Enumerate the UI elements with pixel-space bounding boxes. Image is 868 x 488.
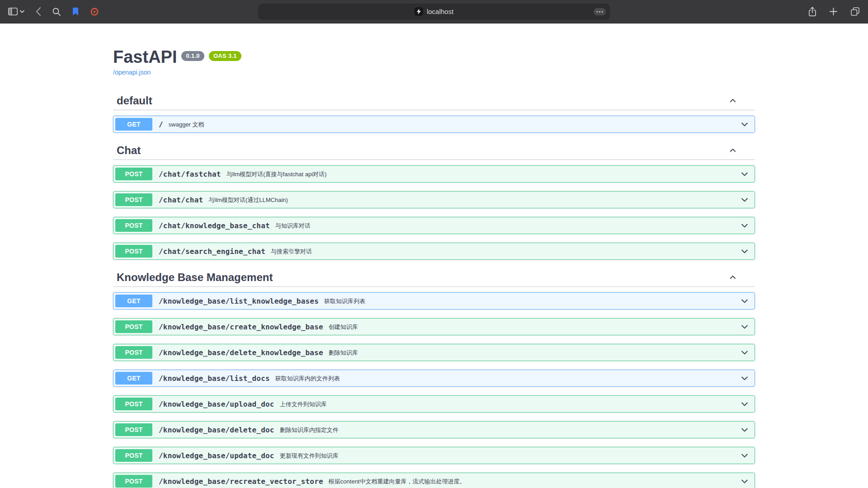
method-badge: POST [115, 346, 152, 359]
operation-row[interactable]: POST/chat/fastchat与llm模型对话(直接与fastchat a… [113, 165, 755, 183]
plus-icon [829, 7, 838, 16]
method-badge: POST [115, 193, 152, 206]
page-settings-button[interactable] [594, 8, 606, 15]
openapi-spec-link[interactable]: /openapi.json [113, 69, 151, 76]
operation-path: /chat/fastchat [152, 170, 226, 178]
blue-bookmark-extension-button[interactable] [71, 6, 80, 17]
orange-target-icon [90, 7, 99, 16]
toolbar-right-group [610, 5, 861, 18]
expand-operation-button[interactable] [736, 246, 753, 257]
operation-summary: swagger 文档 [169, 120, 736, 129]
tab-overview-button[interactable] [849, 6, 861, 17]
collapse-section-button[interactable] [727, 145, 739, 156]
operations-list: GET/swagger 文档 [113, 110, 755, 133]
expand-operation-button[interactable] [736, 476, 753, 487]
expand-operation-button[interactable] [736, 399, 753, 409]
api-info: FastAPI0.1.0OAS 3.1 /openapi.json [113, 47, 755, 76]
sidebar-icon [8, 8, 18, 15]
method-badge: GET [115, 295, 152, 307]
chevron-up-icon [729, 97, 737, 105]
lightning-bolt-icon [416, 9, 421, 14]
version-badge: 0.1.0 [181, 51, 204, 61]
operation-summary: 与llm模型对话(直接与fastchat api对话) [226, 169, 736, 178]
section-title: Knowledge Base Management [117, 271, 273, 284]
chevron-up-icon [729, 273, 737, 282]
operation-row[interactable]: POST/knowledge_base/create_knowledge_bas… [113, 318, 755, 335]
operation-row[interactable]: GET/knowledge_base/list_knowledge_bases获… [113, 292, 755, 310]
section-header[interactable]: Chat [113, 141, 755, 160]
site-favicon-icon [415, 7, 423, 16]
operation-row[interactable]: POST/knowledge_base/delete_doc删除知识库内指定文件 [113, 421, 755, 438]
api-tag-section: ChatPOST/chat/fastchat与llm模型对话(直接与fastch… [113, 141, 755, 260]
api-tag-section: Knowledge Base ManagementGET/knowledge_b… [113, 268, 755, 488]
address-bar-url: localhost [427, 8, 453, 15]
api-title-text: FastAPI [113, 47, 177, 66]
expand-operation-button[interactable] [736, 450, 753, 461]
expand-operation-button[interactable] [736, 347, 753, 358]
chevron-down-icon [740, 322, 749, 331]
share-button[interactable] [807, 5, 817, 18]
sidebar-toggle-button[interactable] [7, 7, 25, 16]
section-header[interactable]: Knowledge Base Management [113, 268, 755, 287]
browser-window: localhost [0, 0, 868, 488]
expand-operation-button[interactable] [736, 194, 753, 205]
operation-row[interactable]: POST/knowledge_base/update_doc更新现有文件到知识库 [113, 447, 755, 464]
chevron-up-icon [729, 146, 737, 155]
toolbar-left-group [7, 6, 258, 17]
operation-summary: 更新现有文件到知识库 [280, 451, 736, 460]
operation-path: /knowledge_base/delete_doc [152, 426, 280, 434]
operation-row[interactable]: GET/swagger 文档 [113, 116, 755, 133]
collapse-section-button[interactable] [727, 95, 739, 107]
operation-summary: 与llm模型对话(通过LLMChain) [208, 195, 736, 204]
page-title: FastAPI0.1.0OAS 3.1 [113, 47, 755, 67]
operation-row[interactable]: POST/knowledge_base/upload_doc上传文件到知识库 [113, 395, 755, 413]
operation-row[interactable]: POST/chat/search_engine_chat与搜索引擎对话 [113, 243, 755, 260]
api-tag-section: defaultGET/swagger 文档 [113, 92, 755, 133]
chevron-down-icon [740, 120, 749, 129]
expand-operation-button[interactable] [736, 424, 753, 435]
chevron-down-icon [20, 10, 24, 13]
operation-row[interactable]: POST/chat/chat与llm模型对话(通过LLMChain) [113, 191, 755, 208]
expand-operation-button[interactable] [736, 321, 753, 332]
operation-row[interactable]: GET/knowledge_base/list_docs获取知识库内的文件列表 [113, 370, 755, 387]
operation-path: /knowledge_base/update_doc [152, 451, 280, 460]
expand-operation-button[interactable] [736, 220, 753, 231]
method-badge: POST [115, 398, 152, 410]
operation-path: /chat/knowledge_base_chat [152, 221, 275, 230]
operation-row[interactable]: POST/knowledge_base/delete_knowledge_bas… [113, 344, 755, 361]
swagger-ui-page: FastAPI0.1.0OAS 3.1 /openapi.json defaul… [0, 23, 868, 488]
method-badge: POST [115, 475, 152, 488]
chevron-down-icon [740, 399, 749, 408]
blue-bookmark-icon [72, 7, 79, 16]
expand-operation-button[interactable] [736, 119, 753, 130]
chevron-down-icon [740, 374, 749, 383]
section-header[interactable]: default [113, 92, 755, 110]
expand-operation-button[interactable] [736, 373, 753, 384]
back-arrow-icon [35, 7, 41, 16]
operation-summary: 获取知识库内的文件列表 [275, 374, 736, 383]
share-icon [808, 6, 816, 17]
operation-summary: 上传文件到知识库 [280, 399, 736, 408]
orange-target-extension-button[interactable] [89, 6, 100, 17]
back-button[interactable] [34, 6, 42, 17]
new-tab-button[interactable] [828, 6, 839, 17]
section-title: default [117, 94, 152, 107]
expand-operation-button[interactable] [736, 169, 753, 179]
address-bar[interactable]: localhost [258, 4, 610, 20]
method-badge: POST [115, 449, 152, 462]
chevron-down-icon [740, 477, 749, 486]
operations-list: POST/chat/fastchat与llm模型对话(直接与fastchat a… [113, 160, 755, 260]
operation-row[interactable]: POST/knowledge_base/recreate_vector_stor… [113, 473, 755, 488]
search-icon [52, 7, 61, 16]
chevron-down-icon [740, 348, 749, 357]
collapse-section-button[interactable] [727, 272, 739, 283]
search-button[interactable] [51, 6, 62, 17]
api-sections: defaultGET/swagger 文档ChatPOST/chat/fastc… [113, 76, 755, 488]
oas-badge: OAS 3.1 [209, 51, 241, 61]
chevron-down-icon [740, 451, 749, 460]
browser-toolbar: localhost [0, 0, 868, 23]
operation-summary: 获取知识库列表 [324, 296, 736, 305]
expand-operation-button[interactable] [736, 296, 753, 306]
chevron-down-icon [740, 221, 749, 230]
operation-row[interactable]: POST/chat/knowledge_base_chat与知识库对话 [113, 217, 755, 234]
